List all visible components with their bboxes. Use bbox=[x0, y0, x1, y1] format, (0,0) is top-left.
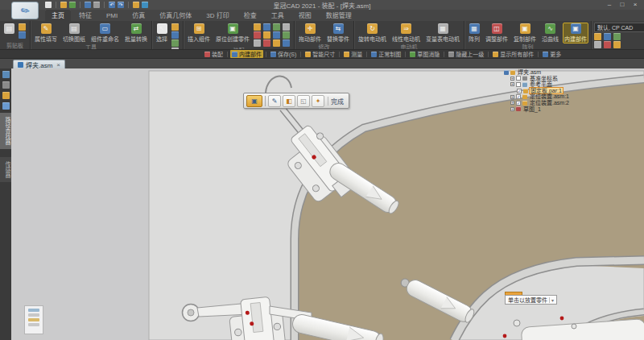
select-tool-button[interactable]: ↖选择 bbox=[155, 23, 169, 44]
insert-component-button[interactable]: ⊞插入组件 bbox=[186, 23, 212, 44]
qb-normal-drawing[interactable]: 正常制图 bbox=[369, 50, 402, 58]
close-button[interactable]: × bbox=[631, 1, 639, 9]
checkbox[interactable] bbox=[516, 82, 521, 87]
placement-prompt[interactable]: 单击以放置零件 ▾ bbox=[505, 292, 557, 305]
open-file-icon[interactable] bbox=[60, 2, 67, 8]
import-icon[interactable] bbox=[69, 2, 76, 8]
library-panel-icon[interactable] bbox=[2, 92, 10, 99]
rename-component-button[interactable]: ▭组件重命名 bbox=[89, 23, 121, 44]
qb-hide-previous-level[interactable]: 隐藏上一级 bbox=[447, 50, 485, 58]
redo-icon[interactable]: ↷ bbox=[118, 2, 124, 8]
app-logo-icon[interactable]: ✎ bbox=[11, 2, 39, 19]
maximize-button[interactable]: □ bbox=[618, 1, 626, 9]
finish-button[interactable]: 完成 bbox=[328, 97, 346, 106]
small-tool-icon[interactable] bbox=[594, 41, 601, 48]
tab-sim-geometry[interactable]: 仿真几何体 bbox=[153, 9, 198, 21]
checkbox[interactable]: ✓ bbox=[516, 94, 521, 99]
drag-component-button[interactable]: ✛拖动部件 bbox=[297, 23, 323, 44]
document-tab[interactable]: 焊夹.asm × bbox=[13, 60, 65, 68]
small-tool-icon[interactable] bbox=[171, 23, 179, 31]
tab-inspect[interactable]: 检查 bbox=[237, 9, 263, 21]
expand-icon[interactable]: + bbox=[510, 107, 514, 111]
pathfinder-tab[interactable]: 路径查找器 bbox=[0, 113, 11, 149]
small-tool-icon[interactable] bbox=[613, 41, 621, 48]
expand-icon[interactable]: + bbox=[510, 95, 514, 99]
save-icon[interactable] bbox=[85, 2, 91, 8]
qb-save[interactable]: 保存(S) bbox=[269, 50, 298, 58]
paste-button[interactable]: ▤ bbox=[2, 23, 16, 35]
small-tool-icon[interactable] bbox=[604, 33, 611, 40]
tab-pmi[interactable]: PMI bbox=[100, 10, 124, 21]
qb-more[interactable]: 更多 bbox=[541, 50, 563, 58]
small-tool-icon[interactable] bbox=[263, 39, 270, 47]
checkbox[interactable] bbox=[516, 76, 521, 81]
small-tool-icon[interactable] bbox=[263, 31, 270, 39]
qb-show-all-components[interactable]: 显示所有部件 bbox=[491, 50, 535, 58]
switch-sheet-button[interactable]: ▤切换图纸 bbox=[61, 23, 87, 44]
qb-assembly[interactable]: 装配 bbox=[203, 50, 225, 58]
create-in-place-button[interactable]: ▣原位创建零件 bbox=[214, 23, 251, 44]
tree-root[interactable]: 焊夹.asm bbox=[504, 69, 626, 76]
tools-panel-icon[interactable] bbox=[2, 81, 10, 89]
layers-panel-icon[interactable] bbox=[2, 102, 10, 110]
tab-3d-print[interactable]: 3D 打印 bbox=[200, 9, 235, 21]
qb-internal-component[interactable]: 内建部件 bbox=[230, 50, 263, 58]
tree-sketch-1[interactable]: +草图_1 bbox=[504, 106, 626, 113]
small-tool-icon[interactable] bbox=[19, 23, 26, 31]
duplicate-component-button[interactable]: ▣复制部件 bbox=[512, 23, 538, 44]
tree-coordinate-system[interactable]: +基准坐标系 bbox=[504, 76, 626, 82]
small-tool-icon[interactable] bbox=[283, 31, 290, 39]
options-icon[interactable]: ◧ bbox=[283, 95, 295, 107]
mini-toolbar-widget[interactable] bbox=[24, 305, 43, 334]
tree-locator-asm-2[interactable]: +✓定位装置.asm:2 bbox=[504, 100, 626, 106]
small-tool-icon[interactable] bbox=[171, 39, 179, 47]
tree-reference-planes[interactable]: +参考平面 bbox=[504, 81, 626, 88]
home-panel-icon[interactable] bbox=[2, 71, 10, 78]
tab-home[interactable]: 主页 bbox=[45, 9, 71, 21]
material-icon[interactable]: ✦ bbox=[312, 95, 324, 107]
tree-locator-asm-1[interactable]: +✓定位装置.asm:1 bbox=[504, 93, 626, 100]
small-tool-icon[interactable] bbox=[263, 23, 270, 31]
small-tool-icon[interactable] bbox=[604, 41, 611, 48]
qb-measure[interactable]: 测量 bbox=[342, 50, 364, 58]
datum-point-icon[interactable] bbox=[560, 317, 564, 321]
linear-motor-button[interactable]: ⇒线性电动机 bbox=[390, 23, 422, 44]
placement-icon[interactable]: ◱ bbox=[297, 95, 310, 107]
chevron-down-icon[interactable]: ▾ bbox=[549, 297, 554, 303]
expand-icon[interactable]: + bbox=[510, 101, 514, 105]
small-tool-icon[interactable] bbox=[254, 23, 261, 31]
internal-component-button[interactable]: ▣内建部件 bbox=[563, 23, 588, 44]
small-tool-icon[interactable] bbox=[283, 23, 290, 31]
small-tool-icon[interactable] bbox=[273, 31, 280, 39]
checkbox[interactable]: ✓ bbox=[516, 101, 521, 106]
tab-view[interactable]: 视图 bbox=[292, 9, 318, 21]
library-icon[interactable] bbox=[133, 2, 139, 8]
datum-point-icon[interactable] bbox=[503, 334, 507, 338]
checkbox[interactable]: ✓ bbox=[517, 89, 522, 93]
small-tool-icon[interactable] bbox=[254, 39, 261, 47]
tab-data-manage[interactable]: 数据管理 bbox=[320, 9, 358, 21]
qb-sketch-hide[interactable]: 草图消隐 bbox=[408, 50, 441, 58]
pattern-tool-button[interactable]: ▦阵列 bbox=[467, 23, 481, 44]
adjust-component-button[interactable]: ◫调整部件 bbox=[484, 23, 510, 44]
batch-convert-button[interactable]: ⇄批量转换 bbox=[123, 23, 149, 44]
small-tool-icon[interactable] bbox=[19, 31, 26, 39]
small-tool-icon[interactable] bbox=[254, 31, 261, 39]
tab-tools[interactable]: 工具 bbox=[265, 9, 291, 21]
small-tool-icon[interactable] bbox=[613, 33, 621, 40]
configuration-dropdown[interactable]: 默认, CP CAD▾ bbox=[594, 23, 644, 32]
fill-properties-button[interactable]: ✎属性填写 bbox=[33, 23, 59, 44]
small-tool-icon[interactable] bbox=[171, 31, 179, 39]
qb-smart-dimension[interactable]: 智能尺寸 bbox=[303, 50, 336, 58]
along-curve-button[interactable]: ∿沿曲线 bbox=[540, 23, 560, 44]
small-tool-icon[interactable] bbox=[273, 23, 280, 31]
tab-features[interactable]: 特征 bbox=[72, 9, 98, 21]
expand-icon[interactable]: + bbox=[510, 82, 514, 86]
document-close-icon[interactable]: × bbox=[56, 61, 60, 68]
new-document-icon[interactable] bbox=[45, 2, 52, 8]
undo-icon[interactable]: ↶ bbox=[109, 2, 115, 8]
minimize-button[interactable]: ‒ bbox=[605, 1, 613, 9]
variable-table-motor-button[interactable]: ▦变量表电动机 bbox=[424, 23, 461, 44]
small-tool-icon[interactable] bbox=[273, 39, 280, 47]
replace-part-button[interactable]: ⇆替换零件 bbox=[325, 23, 351, 44]
